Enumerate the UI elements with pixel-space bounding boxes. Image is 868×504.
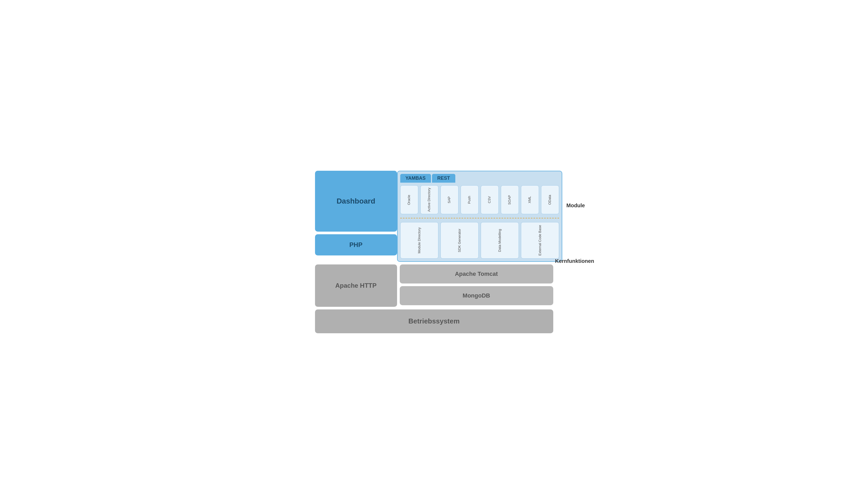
kern-sdk-generator: SDK Generator	[441, 222, 478, 259]
tomcat-mongo-col: Apache Tomcat MongoDB	[400, 265, 553, 307]
architecture-diagram: Dashboard PHP YAMBAS REST Oracle	[315, 171, 553, 333]
dashboard-block: Dashboard	[315, 171, 397, 232]
module-active-directory-label: Active Directory	[427, 188, 432, 212]
yambas-container: YAMBAS REST Oracle Active Directory SAP	[397, 171, 562, 262]
module-active-directory: Active Directory	[420, 185, 438, 214]
yambas-header: YAMBAS REST	[400, 174, 559, 183]
kern-module-directory-label: Module Directory	[417, 227, 422, 253]
apache-tomcat-block: Apache Tomcat	[400, 265, 553, 284]
apache-row: Apache HTTP Apache Tomcat MongoDB	[315, 265, 553, 307]
kern-external-code-base: External Code Base	[521, 222, 559, 259]
kern-data-modelling-label: Data Modelling	[497, 229, 503, 252]
kern-external-code-base-label: External Code Base	[537, 225, 542, 256]
module-csv: CSV	[481, 185, 499, 214]
right-column: YAMBAS REST Oracle Active Directory SAP	[397, 171, 562, 265]
yambas-tab: YAMBAS	[400, 174, 431, 183]
left-column: Dashboard PHP	[315, 171, 397, 255]
kern-row: Module Directory SDK Generator Data Mode…	[400, 222, 559, 259]
module-xml: XML	[521, 185, 539, 214]
kern-sdk-generator-label: SDK Generator	[457, 229, 462, 252]
php-label: PHP	[349, 241, 362, 249]
dashboard-label: Dashboard	[337, 197, 375, 205]
mongodb-label: MongoDB	[463, 292, 490, 299]
php-block: PHP	[315, 234, 397, 255]
module-odata: OData	[541, 185, 559, 214]
kern-data-modelling: Data Modelling	[481, 222, 519, 259]
betriebssystem-label: Betriebssystem	[409, 317, 460, 325]
module-csv-label: CSV	[487, 196, 492, 203]
mongodb-block: MongoDB	[400, 286, 553, 305]
module-odata-label: OData	[547, 195, 552, 205]
module-soap: SOAP	[501, 185, 519, 214]
modules-side-label: Module	[567, 203, 585, 208]
betriebssystem-block: Betriebssystem	[315, 309, 553, 333]
module-push-label: Push	[467, 196, 472, 204]
module-sap-label: SAP	[447, 196, 452, 203]
module-oracle: Oracle	[400, 185, 418, 214]
kern-module-directory: Module Directory	[400, 222, 438, 259]
modules-row: Oracle Active Directory SAP Push CSV	[400, 185, 559, 218]
apache-http-block: Apache HTTP	[315, 265, 397, 307]
module-soap-label: SOAP	[507, 195, 512, 205]
apache-http-label: Apache HTTP	[335, 282, 376, 289]
top-section: Dashboard PHP YAMBAS REST Oracle	[315, 171, 553, 265]
module-oracle-label: Oracle	[406, 195, 411, 205]
rest-tab: REST	[432, 174, 455, 183]
module-push: Push	[461, 185, 478, 214]
kern-side-label: Kernfunktionen	[555, 258, 594, 264]
module-xml-label: XML	[527, 196, 532, 203]
module-sap: SAP	[441, 185, 458, 214]
apache-tomcat-label: Apache Tomcat	[455, 270, 498, 277]
